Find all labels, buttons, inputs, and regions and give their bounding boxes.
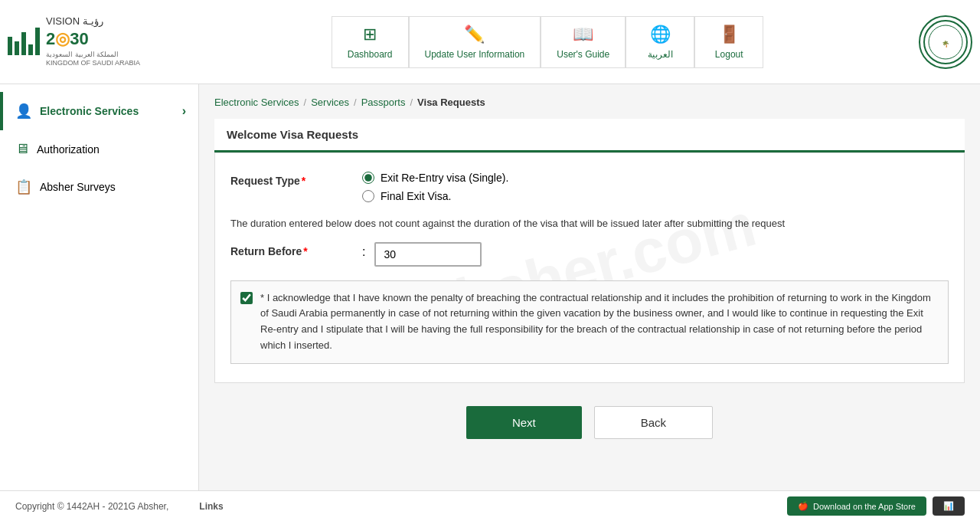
logout-icon: 🚪 [719, 25, 740, 44]
update-user-nav-item[interactable]: ✏️ Update User Information [409, 16, 541, 68]
edit-icon: ✏️ [464, 25, 485, 44]
option-exit-reentry-label: Exit Re-Entry visa (Single). [381, 172, 508, 184]
notice-text: The duration entered below does not coun… [230, 216, 949, 231]
breadcrumb-services[interactable]: Services [311, 97, 349, 108]
electronic-services-label: Electronic Services [40, 105, 139, 117]
links-label: Links [199, 501, 223, 512]
radio-exit-reentry[interactable] [362, 172, 374, 184]
sidebar-item-electronic-services[interactable]: 👤 Electronic Services › [0, 92, 198, 130]
acknowledgement-checkbox[interactable] [240, 292, 253, 304]
surveys-icon: 📋 [15, 179, 32, 195]
appstore-label: Download on the App Store [813, 502, 916, 511]
authorization-icon: 🖥 [15, 141, 29, 157]
users-guide-label: User's Guide [557, 49, 609, 60]
acknowledgement-row: * I acknowledge that I have known the pe… [230, 280, 949, 364]
acknowledgement-text: * I acknowledge that I have known the pe… [260, 290, 939, 354]
return-before-row: Return Before* : [230, 242, 949, 267]
radio-final-exit[interactable] [362, 190, 374, 202]
option-final-exit[interactable]: Final Exit Visa. [362, 190, 949, 202]
electronic-services-icon: 👤 [15, 103, 32, 120]
dashboard-label: Dashboard [348, 49, 393, 60]
next-button[interactable]: Next [466, 406, 582, 439]
other-app-button[interactable]: 📊 [933, 496, 965, 516]
request-type-field: Exit Re-Entry visa (Single). Final Exit … [362, 172, 949, 202]
arabic-label: العربية [648, 49, 673, 60]
dashboard-nav-item[interactable]: ⊞ Dashboard [332, 16, 409, 68]
svg-text:🌴: 🌴 [942, 40, 949, 48]
breadcrumb: Electronic Services / Services / Passpor… [214, 97, 965, 108]
sidebar-item-absher-surveys[interactable]: 📋 Absher Surveys [0, 168, 198, 206]
button-row: Next Back [214, 406, 965, 439]
breadcrumb-passports[interactable]: Passports [361, 97, 406, 108]
breadcrumb-current: Visa Requests [417, 97, 485, 108]
apple-icon: 🍎 [798, 501, 808, 511]
main-layout: 👤 Electronic Services › 🖥 Authorization … [0, 84, 980, 490]
breadcrumb-electronic-services[interactable]: Electronic Services [214, 97, 299, 108]
book-icon: 📖 [573, 25, 593, 44]
return-before-input[interactable] [374, 242, 482, 267]
logo-icon [8, 28, 40, 55]
update-user-label: Update User Information [425, 49, 525, 60]
users-guide-nav-item[interactable]: 📖 User's Guide [541, 16, 626, 68]
page-title: Welcome Visa Requests [214, 119, 965, 152]
request-type-radio-group: Exit Re-Entry visa (Single). Final Exit … [362, 172, 949, 202]
content-area: Electronic Services / Services / Passpor… [199, 84, 980, 490]
chevron-right-icon: › [182, 104, 186, 118]
form-card: absher.com Request Type* Exit Re-Entry v… [214, 152, 965, 383]
return-before-field [374, 242, 949, 267]
logout-nav-item[interactable]: 🚪 Logout [694, 16, 763, 68]
request-type-label: Request Type* [230, 172, 353, 187]
option-exit-reentry[interactable]: Exit Re-Entry visa (Single). [362, 172, 949, 184]
saudi-emblem: 🌴 [919, 15, 972, 69]
sidebar-item-authorization[interactable]: 🖥 Authorization [0, 130, 198, 168]
request-type-row: Request Type* Exit Re-Entry visa (Single… [230, 172, 949, 202]
copyright-text: Copyright © 1442AH - 2021G Absher, [15, 501, 168, 512]
colon-separator: : [362, 242, 365, 259]
authorization-label: Authorization [37, 143, 100, 156]
absher-surveys-label: Absher Surveys [40, 181, 116, 193]
nav-items: ⊞ Dashboard ✏️ Update User Information 📖… [176, 16, 919, 68]
back-button[interactable]: Back [594, 406, 713, 439]
return-before-label: Return Before* [230, 242, 353, 257]
footer: Copyright © 1442AH - 2021G Absher, Links… [0, 490, 980, 521]
arabic-nav-item[interactable]: 🌐 العربية [626, 16, 694, 68]
logo-area: VISION رؤيـة 2◎30 المملكة العربية السعود… [8, 15, 176, 68]
appstore-button[interactable]: 🍎 Download on the App Store [787, 496, 926, 516]
app-download-buttons: 🍎 Download on the App Store 📊 [787, 496, 965, 516]
dashboard-icon: ⊞ [363, 25, 377, 44]
option-final-exit-label: Final Exit Visa. [381, 190, 451, 202]
form-content: Request Type* Exit Re-Entry visa (Single… [230, 172, 949, 364]
sidebar: 👤 Electronic Services › 🖥 Authorization … [0, 84, 199, 490]
top-navigation: VISION رؤيـة 2◎30 المملكة العربية السعود… [0, 0, 980, 84]
bars-icon: 📊 [943, 501, 954, 511]
globe-icon: 🌐 [650, 25, 671, 44]
logout-label: Logout [715, 49, 743, 60]
